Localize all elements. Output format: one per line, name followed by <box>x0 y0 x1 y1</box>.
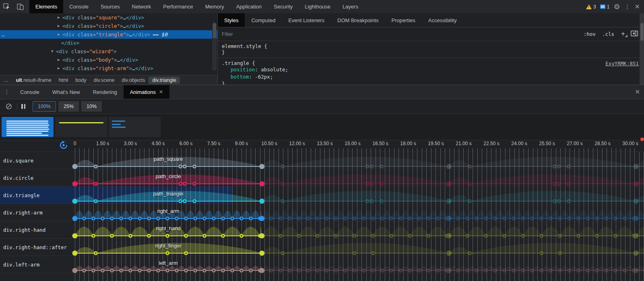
tab-layers[interactable]: Layers <box>336 0 364 13</box>
playback-rate-25[interactable]: 25% <box>58 101 79 112</box>
collapse-sidebar-icon[interactable] <box>631 31 638 38</box>
drawer-menu-icon[interactable]: ⋮ <box>0 85 14 99</box>
dom-tree-node[interactable]: …▶<div class="triangle">…</div>== $0 <box>0 30 217 39</box>
inspect-element-icon[interactable] <box>2 3 10 11</box>
dom-tree-node[interactable]: ▼<div class="wizard"> <box>0 47 217 56</box>
elements-scrollbar[interactable] <box>212 22 217 71</box>
playback-rate-100[interactable]: 100% <box>33 101 56 112</box>
dom-tree-node[interactable]: ▶<div class="square">…</div> <box>0 13 217 22</box>
css-property[interactable]: bottom: -62px; <box>222 73 640 81</box>
close-tab-icon[interactable]: ✕ <box>159 89 163 95</box>
tab-properties[interactable]: Properties <box>385 13 422 27</box>
track-node-label[interactable]: div.right-arm <box>3 210 43 216</box>
tab-network[interactable]: Network <box>126 0 157 13</box>
chevron-right-icon[interactable]: ▶ <box>58 56 60 64</box>
dom-tree-node[interactable]: ▶<div class="circle">…</div> <box>0 22 217 30</box>
tab-console[interactable]: Console <box>63 0 95 13</box>
breadcrumb-item[interactable]: html <box>55 77 72 84</box>
track-keyframes[interactable] <box>0 169 644 186</box>
node-text: <div class="square">…</div> <box>0 15 144 21</box>
tab-computed[interactable]: Computed <box>245 13 282 27</box>
track-node-label[interactable]: div.left-arm <box>3 262 39 268</box>
pause-all-icon[interactable] <box>21 104 25 109</box>
tab-lighthouse[interactable]: Lighthouse <box>299 0 336 13</box>
more-options-icon[interactable]: ⋮ <box>624 4 631 10</box>
drawer-close-icon[interactable]: ✕ <box>635 85 640 99</box>
tab-event-listeners[interactable]: Event Listeners <box>282 13 331 27</box>
dom-tree-node[interactable]: ▶<div class="body">…</div> <box>0 56 217 64</box>
breadcrumb-item[interactable]: div.scene <box>90 77 118 84</box>
ruler-label: 13.50 s <box>317 141 332 146</box>
dom-tree-node[interactable]: ▶<div class="right-arm">…</div> <box>0 64 217 73</box>
ruler-label: 25.50 s <box>539 141 555 146</box>
node-overflow-dots: … <box>2 30 5 39</box>
tab-performance[interactable]: Performance <box>157 0 199 13</box>
rule-selector[interactable]: .triangle { <box>222 60 640 66</box>
track-node-label[interactable]: div.square <box>3 158 33 164</box>
track-row: div.right-hand::afterright_finger <box>0 238 644 256</box>
breadcrumb-item[interactable]: body <box>72 77 90 84</box>
tab-styles[interactable]: Styles <box>218 13 245 27</box>
toolbar-right-icons: 3 1 ⚙ ⋮ ✕ <box>586 0 644 13</box>
track-keyframes[interactable] <box>0 239 644 256</box>
styles-scrollbar[interactable] <box>640 13 644 85</box>
track-keyframes[interactable] <box>0 256 644 273</box>
css-property[interactable]: position: absolute; <box>222 66 640 73</box>
pseudo-toggle-cls[interactable]: .cls <box>602 31 614 37</box>
rule-selector[interactable]: element.style { <box>222 43 640 49</box>
breadcrumb-item[interactable]: … <box>0 77 12 84</box>
chevron-right-icon[interactable]: ▶ <box>58 22 60 30</box>
playback-rate-10[interactable]: 10% <box>81 101 102 112</box>
tab-sources[interactable]: Sources <box>95 0 126 13</box>
rule-close-brace: } <box>222 49 640 55</box>
warnings-badge[interactable]: 3 <box>586 4 596 10</box>
styles-filter-input[interactable]: Filter <box>218 31 233 37</box>
issues-badge[interactable]: 1 <box>600 4 610 10</box>
chevron-down-icon[interactable]: ▼ <box>51 47 53 56</box>
close-devtools-icon[interactable]: ✕ <box>635 4 640 10</box>
chevron-right-icon[interactable]: ▶ <box>58 30 60 39</box>
track-row <box>0 273 644 281</box>
preview-line <box>112 127 126 128</box>
replay-animation-icon[interactable] <box>59 140 68 151</box>
track-row: div.circlepath_circle <box>0 169 644 186</box>
elements-scrollbar-thumb[interactable] <box>213 23 216 38</box>
tab-memory[interactable]: Memory <box>199 0 230 13</box>
track-node-label[interactable]: div.circle <box>3 175 33 181</box>
toolbar-divider <box>17 102 17 110</box>
track-node-label[interactable]: div.right-hand <box>3 227 45 233</box>
breadcrumb-item[interactable]: ult.result-iframe <box>12 77 55 84</box>
tab-security[interactable]: Security <box>268 0 299 13</box>
tab-accessibility[interactable]: Accessibility <box>422 13 463 27</box>
pseudo-toggle-hov[interactable]: :hov <box>584 31 596 37</box>
track-keyframes[interactable] <box>0 187 644 204</box>
track-keyframes[interactable] <box>0 273 644 281</box>
settings-gear-icon[interactable]: ⚙ <box>613 3 620 10</box>
device-toolbar-icon[interactable] <box>16 3 24 11</box>
chevron-right-icon[interactable]: ▶ <box>58 64 60 73</box>
styles-scrollbar-thumb[interactable] <box>640 23 644 41</box>
tab-elements[interactable]: Elements <box>29 0 63 13</box>
dom-tree-node[interactable]: </div> <box>0 39 217 47</box>
track-keyframes[interactable] <box>0 204 644 221</box>
animation-group-preview[interactable] <box>55 117 107 137</box>
track-keyframes[interactable] <box>0 152 644 169</box>
drawer-tab-what-s-new[interactable]: What's New <box>46 85 87 99</box>
drawer-tab-animations[interactable]: Animations✕ <box>124 85 169 99</box>
drawer-tab-console[interactable]: Console <box>14 85 46 99</box>
tab-dom-breakpoints[interactable]: DOM Breakpoints <box>331 13 385 27</box>
track-node-label[interactable]: div.right-hand::after <box>3 244 67 250</box>
node-text: <div class="wizard"> <box>0 48 117 54</box>
breadcrumb-item[interactable]: div.objects <box>118 77 149 84</box>
tab-application[interactable]: Application <box>230 0 268 13</box>
drawer-tab-rendering[interactable]: Rendering <box>87 85 124 99</box>
new-style-rule-button[interactable]: +◢ <box>621 30 625 37</box>
track-keyframes[interactable] <box>0 221 644 238</box>
breadcrumb-item[interactable]: div.triangle <box>149 77 180 84</box>
stylesheet-source-link[interactable]: ExyYRMK:851 <box>605 60 639 67</box>
track-node-label[interactable]: div.triangle <box>3 192 39 198</box>
animation-group-preview[interactable] <box>109 117 161 137</box>
clear-animations-icon[interactable] <box>5 102 13 110</box>
chevron-right-icon[interactable]: ▶ <box>58 13 60 22</box>
animation-group-preview[interactable] <box>2 117 54 137</box>
